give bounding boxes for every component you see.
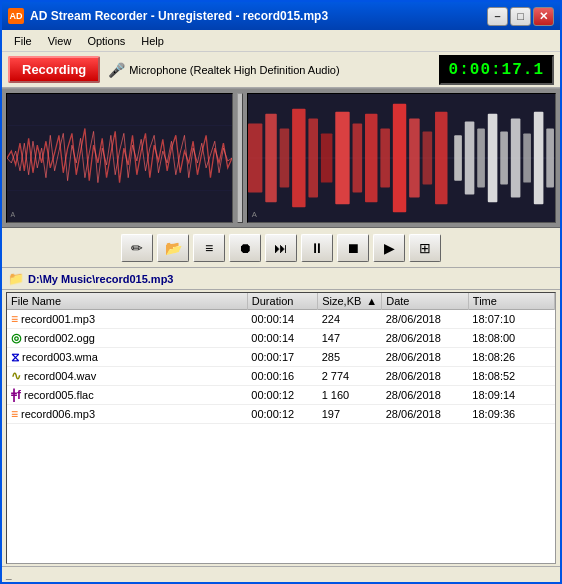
svg-rect-19 [423,131,433,184]
table-row[interactable]: ⧖ record003.wma 00:00:17 285 28/06/2018 … [7,348,555,367]
edit-btn[interactable]: ✏ [121,234,153,262]
menu-item-options[interactable]: Options [79,31,133,51]
waveform-left-svg: A [7,94,232,222]
waveform-container: A [2,88,560,228]
cell-filename: ⧖ record003.wma [7,348,247,367]
current-file-path: D:\My Music\record015.mp3 [28,273,174,285]
cell-duration: 00:00:12 [247,386,317,405]
menu-item-help[interactable]: Help [133,31,172,51]
table-row[interactable]: ǂf record005.flac 00:00:12 1 160 28/06/2… [7,386,555,405]
menu-item-view[interactable]: View [40,31,80,51]
cell-duration: 00:00:14 [247,310,317,329]
minimize-button[interactable]: – [487,7,508,26]
bottom-bar: _ [2,566,560,582]
folder-icon: 📁 [8,271,24,286]
cell-size: 2 774 [318,367,382,386]
microphone-label: Microphone (Realtek High Definition Audi… [129,64,339,76]
recording-badge: Recording [8,56,100,83]
svg-rect-9 [280,128,290,187]
cell-time: 18:08:52 [468,367,554,386]
col-header-date[interactable]: Date [382,293,469,310]
cell-duration: 00:00:16 [247,367,317,386]
window-title: AD Stream Recorder - Unregistered - reco… [30,9,328,23]
svg-rect-15 [365,114,377,203]
cell-date: 28/06/2018 [382,329,469,348]
file-list-container[interactable]: File Name Duration Size,KB ▲ Date Time ≡… [6,292,556,564]
table-row[interactable]: ≡ record001.mp3 00:00:14 224 28/06/2018 … [7,310,555,329]
cell-date: 28/06/2018 [382,405,469,424]
record-btn[interactable]: ⏺ [229,234,261,262]
table-row[interactable]: ◎ record002.ogg 00:00:14 147 28/06/2018 … [7,329,555,348]
stop-btn[interactable]: ⏹ [337,234,369,262]
svg-rect-20 [435,112,447,205]
file-table-header: File Name Duration Size,KB ▲ Date Time [7,293,555,310]
col-header-size[interactable]: Size,KB ▲ [318,293,382,310]
file-type-icon: ◎ [11,331,21,345]
sort-arrow-size: ▲ [366,295,377,307]
cursor-indicator: _ [6,569,12,580]
cell-filename: ≡ record006.mp3 [7,405,247,424]
cell-duration: 00:00:14 [247,329,317,348]
maximize-button[interactable]: □ [510,7,531,26]
cell-date: 28/06/2018 [382,310,469,329]
col-header-time[interactable]: Time [468,293,554,310]
filename-text: record004.wav [24,370,96,382]
file-type-icon: ǂf [11,388,21,402]
cell-time: 18:08:00 [468,329,554,348]
svg-rect-12 [321,133,333,182]
col-header-name[interactable]: File Name [7,293,247,310]
pause-btn[interactable]: ⏸ [301,234,333,262]
svg-rect-28 [534,112,544,205]
close-button[interactable]: ✕ [533,7,554,26]
waveform-left: A [6,93,233,223]
svg-rect-17 [393,104,406,212]
file-type-icon: ⧖ [11,350,19,364]
cell-filename: ǂf record005.flac [7,386,247,405]
menu-item-file[interactable]: File [6,31,40,51]
cell-size: 224 [318,310,382,329]
cell-size: 1 160 [318,386,382,405]
cell-filename: ∿ record004.wav [7,367,247,386]
filename-text: record005.flac [24,389,94,401]
svg-text:A: A [252,210,258,219]
app-icon: AD [8,8,24,24]
cell-time: 18:07:10 [468,310,554,329]
svg-rect-27 [523,133,531,182]
cell-time: 18:09:36 [468,405,554,424]
file-table: File Name Duration Size,KB ▲ Date Time ≡… [7,293,555,424]
cell-time: 18:08:26 [468,348,554,367]
main-window: AD AD Stream Recorder - Unregistered - r… [0,0,562,584]
svg-rect-26 [511,119,521,198]
cell-filename: ≡ record001.mp3 [7,310,247,329]
cell-filename: ◎ record002.ogg [7,329,247,348]
table-row[interactable]: ∿ record004.wav 00:00:16 2 774 28/06/201… [7,367,555,386]
grid-btn[interactable]: ⊞ [409,234,441,262]
waveform-splitter[interactable] [237,93,243,223]
svg-rect-23 [477,128,485,187]
svg-rect-11 [309,119,319,198]
svg-rect-8 [265,114,277,203]
mic-area: 🎤 Microphone (Realtek High Definition Au… [108,62,430,78]
cell-size: 147 [318,329,382,348]
list-btn[interactable]: ≡ [193,234,225,262]
skip-btn[interactable]: ⏭ [265,234,297,262]
table-row[interactable]: ≡ record006.mp3 00:00:12 197 28/06/2018 … [7,405,555,424]
controls-bar: ✏📂≡⏺⏭⏸⏹▶⊞ [2,228,560,268]
cell-date: 28/06/2018 [382,348,469,367]
time-display: 0:00:17.1 [439,55,554,85]
svg-rect-13 [335,112,349,205]
waveform-right: A [247,93,556,223]
cell-date: 28/06/2018 [382,367,469,386]
title-bar-left: AD AD Stream Recorder - Unregistered - r… [8,8,328,24]
svg-rect-29 [546,128,554,187]
play-btn[interactable]: ▶ [373,234,405,262]
filename-text: record003.wma [22,351,98,363]
open-btn[interactable]: 📂 [157,234,189,262]
filename-text: record002.ogg [24,332,95,344]
col-header-duration[interactable]: Duration [247,293,317,310]
filename-text: record006.mp3 [21,408,95,420]
cell-duration: 00:00:12 [247,405,317,424]
file-table-body: ≡ record001.mp3 00:00:14 224 28/06/2018 … [7,310,555,424]
menu-bar: FileViewOptionsHelp [2,30,560,52]
svg-rect-25 [500,131,508,184]
